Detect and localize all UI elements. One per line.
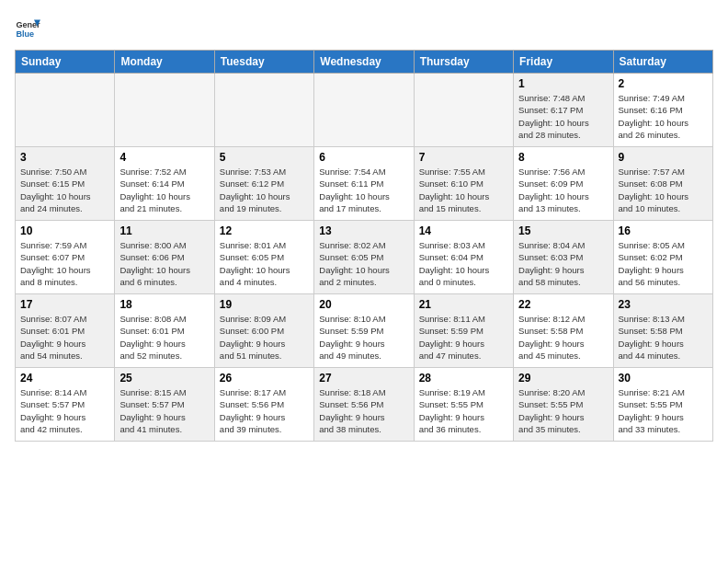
week-row-2: 10Sunrise: 7:59 AM Sunset: 6:07 PM Dayli… (16, 221, 713, 294)
day-info: Sunrise: 7:53 AM Sunset: 6:12 PM Dayligh… (220, 166, 309, 214)
day-info: Sunrise: 7:50 AM Sunset: 6:15 PM Dayligh… (20, 166, 109, 214)
day-number: 14 (419, 224, 508, 237)
day-cell: 20Sunrise: 8:10 AM Sunset: 5:59 PM Dayli… (314, 294, 414, 368)
day-info: Sunrise: 8:20 AM Sunset: 5:55 PM Dayligh… (518, 386, 608, 435)
header-saturday: Saturday (613, 51, 712, 74)
day-info: Sunrise: 7:59 AM Sunset: 6:07 PM Dayligh… (20, 239, 109, 288)
day-cell: 27Sunrise: 8:18 AM Sunset: 5:56 PM Dayli… (314, 368, 414, 442)
day-cell: 15Sunrise: 8:04 AM Sunset: 6:03 PM Dayli… (514, 221, 613, 294)
day-cell: 28Sunrise: 8:19 AM Sunset: 5:55 PM Dayli… (414, 368, 513, 442)
day-info: Sunrise: 7:48 AM Sunset: 6:17 PM Dayligh… (518, 92, 608, 141)
day-number: 17 (20, 298, 109, 311)
day-number: 9 (619, 151, 708, 164)
day-info: Sunrise: 7:54 AM Sunset: 6:11 PM Dayligh… (319, 166, 408, 214)
week-row-4: 24Sunrise: 8:14 AM Sunset: 5:57 PM Dayli… (16, 368, 713, 442)
day-cell: 1Sunrise: 7:48 AM Sunset: 6:17 PM Daylig… (514, 74, 613, 147)
day-info: Sunrise: 8:19 AM Sunset: 5:55 PM Dayligh… (419, 386, 508, 435)
day-info: Sunrise: 7:49 AM Sunset: 6:16 PM Dayligh… (619, 92, 708, 141)
day-cell: 24Sunrise: 8:14 AM Sunset: 5:57 PM Dayli… (16, 368, 115, 442)
day-cell: 6Sunrise: 7:54 AM Sunset: 6:11 PM Daylig… (314, 147, 414, 221)
day-cell: 2Sunrise: 7:49 AM Sunset: 6:16 PM Daylig… (613, 74, 712, 147)
day-cell: 3Sunrise: 7:50 AM Sunset: 6:15 PM Daylig… (16, 147, 115, 221)
header-row: SundayMondayTuesdayWednesdayThursdayFrid… (16, 51, 713, 74)
week-row-3: 17Sunrise: 8:07 AM Sunset: 6:01 PM Dayli… (16, 294, 713, 368)
day-number: 8 (518, 151, 608, 164)
day-number: 6 (319, 151, 408, 164)
day-info: Sunrise: 8:17 AM Sunset: 5:56 PM Dayligh… (220, 386, 309, 435)
header-monday: Monday (115, 51, 214, 74)
day-info: Sunrise: 8:05 AM Sunset: 6:02 PM Dayligh… (619, 239, 708, 288)
day-number: 11 (119, 224, 209, 237)
day-cell: 11Sunrise: 8:00 AM Sunset: 6:06 PM Dayli… (115, 221, 214, 294)
day-cell: 16Sunrise: 8:05 AM Sunset: 6:02 PM Dayli… (613, 221, 712, 294)
day-cell: 12Sunrise: 8:01 AM Sunset: 6:05 PM Dayli… (214, 221, 313, 294)
day-number: 7 (419, 151, 508, 164)
header-thursday: Thursday (414, 51, 513, 74)
day-cell: 14Sunrise: 8:03 AM Sunset: 6:04 PM Dayli… (414, 221, 513, 294)
day-cell: 30Sunrise: 8:21 AM Sunset: 5:55 PM Dayli… (613, 368, 712, 442)
day-cell: 22Sunrise: 8:12 AM Sunset: 5:58 PM Dayli… (514, 294, 613, 368)
day-cell: 9Sunrise: 7:57 AM Sunset: 6:08 PM Daylig… (613, 147, 712, 221)
day-number: 25 (119, 372, 209, 385)
day-number: 24 (20, 372, 109, 385)
day-cell: 23Sunrise: 8:13 AM Sunset: 5:58 PM Dayli… (613, 294, 712, 368)
day-info: Sunrise: 8:10 AM Sunset: 5:59 PM Dayligh… (319, 313, 408, 362)
calendar-body: 1Sunrise: 7:48 AM Sunset: 6:17 PM Daylig… (16, 74, 713, 442)
logo: General Blue (15, 15, 40, 40)
day-cell (314, 74, 414, 147)
day-cell: 29Sunrise: 8:20 AM Sunset: 5:55 PM Dayli… (514, 368, 613, 442)
day-cell: 26Sunrise: 8:17 AM Sunset: 5:56 PM Dayli… (214, 368, 313, 442)
day-cell: 10Sunrise: 7:59 AM Sunset: 6:07 PM Dayli… (16, 221, 115, 294)
day-number: 28 (419, 372, 508, 385)
day-info: Sunrise: 8:03 AM Sunset: 6:04 PM Dayligh… (419, 239, 508, 288)
day-cell (16, 74, 115, 147)
calendar-header: SundayMondayTuesdayWednesdayThursdayFrid… (16, 51, 713, 74)
day-info: Sunrise: 8:15 AM Sunset: 5:57 PM Dayligh… (119, 386, 209, 435)
day-info: Sunrise: 8:13 AM Sunset: 5:58 PM Dayligh… (619, 313, 708, 362)
page-header: General Blue (15, 15, 713, 40)
day-info: Sunrise: 7:52 AM Sunset: 6:14 PM Dayligh… (119, 166, 209, 214)
day-number: 18 (119, 298, 209, 311)
day-number: 10 (20, 224, 109, 237)
day-number: 26 (220, 372, 309, 385)
day-number: 29 (518, 372, 608, 385)
calendar-table: SundayMondayTuesdayWednesdayThursdayFrid… (15, 50, 713, 442)
day-info: Sunrise: 8:01 AM Sunset: 6:05 PM Dayligh… (220, 239, 309, 288)
day-number: 20 (319, 298, 408, 311)
day-number: 4 (119, 151, 209, 164)
day-number: 3 (20, 151, 109, 164)
day-info: Sunrise: 8:14 AM Sunset: 5:57 PM Dayligh… (20, 386, 109, 435)
header-friday: Friday (514, 51, 613, 74)
day-number: 13 (319, 224, 408, 237)
svg-text:Blue: Blue (16, 29, 34, 39)
day-number: 5 (220, 151, 309, 164)
logo-icon: General Blue (15, 15, 40, 40)
day-cell (115, 74, 214, 147)
day-info: Sunrise: 8:08 AM Sunset: 6:01 PM Dayligh… (119, 313, 209, 362)
day-number: 15 (518, 224, 608, 237)
day-info: Sunrise: 7:56 AM Sunset: 6:09 PM Dayligh… (518, 166, 608, 214)
day-info: Sunrise: 8:12 AM Sunset: 5:58 PM Dayligh… (518, 313, 608, 362)
day-number: 22 (518, 298, 608, 311)
header-sunday: Sunday (16, 51, 115, 74)
header-wednesday: Wednesday (314, 51, 414, 74)
day-info: Sunrise: 8:07 AM Sunset: 6:01 PM Dayligh… (20, 313, 109, 362)
day-cell: 7Sunrise: 7:55 AM Sunset: 6:10 PM Daylig… (414, 147, 513, 221)
day-info: Sunrise: 8:02 AM Sunset: 6:05 PM Dayligh… (319, 239, 408, 288)
day-number: 19 (220, 298, 309, 311)
day-cell: 17Sunrise: 8:07 AM Sunset: 6:01 PM Dayli… (16, 294, 115, 368)
day-info: Sunrise: 7:57 AM Sunset: 6:08 PM Dayligh… (619, 166, 708, 214)
day-number: 21 (419, 298, 508, 311)
day-number: 27 (319, 372, 408, 385)
day-info: Sunrise: 7:55 AM Sunset: 6:10 PM Dayligh… (419, 166, 508, 214)
week-row-0: 1Sunrise: 7:48 AM Sunset: 6:17 PM Daylig… (16, 74, 713, 147)
day-number: 30 (619, 372, 708, 385)
day-number: 1 (518, 77, 608, 90)
day-number: 12 (220, 224, 309, 237)
day-cell: 4Sunrise: 7:52 AM Sunset: 6:14 PM Daylig… (115, 147, 214, 221)
day-number: 2 (619, 77, 708, 90)
day-info: Sunrise: 8:00 AM Sunset: 6:06 PM Dayligh… (119, 239, 209, 288)
day-cell: 25Sunrise: 8:15 AM Sunset: 5:57 PM Dayli… (115, 368, 214, 442)
day-number: 23 (619, 298, 708, 311)
day-cell: 18Sunrise: 8:08 AM Sunset: 6:01 PM Dayli… (115, 294, 214, 368)
